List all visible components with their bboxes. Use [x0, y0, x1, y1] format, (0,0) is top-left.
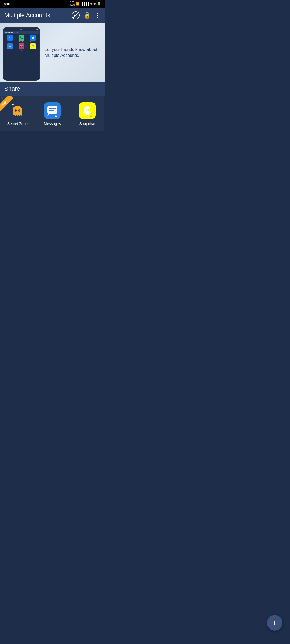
- app-item-messages[interactable]: ∞ Messages: [35, 96, 70, 131]
- more-menu-button[interactable]: ⋮: [95, 12, 100, 19]
- svg-text:✦: ✦: [11, 103, 13, 106]
- battery-icon: 🔋: [97, 2, 101, 6]
- svg-point-5: [19, 110, 20, 111]
- svg-rect-9: [49, 110, 54, 111]
- apps-grid: 1 VIP ✦ Secret Zone: [0, 96, 105, 131]
- app-item-secret-zone[interactable]: 1 VIP ✦ Secret Zone: [0, 96, 35, 131]
- share-title: Share: [4, 85, 20, 92]
- more-dots-icon: ⋮: [95, 12, 100, 19]
- banner-description: Let your friends know about Multiple Acc…: [45, 47, 100, 59]
- page-title: Multiple Accounts: [4, 12, 50, 19]
- svg-point-12: [86, 109, 87, 111]
- share-section-header: Share: [0, 82, 105, 96]
- app-header: Multiple Accounts AD 🔒 ⋮: [0, 8, 105, 23]
- svg-point-13: [88, 109, 89, 111]
- network-speed: 0.27KB/S: [69, 1, 75, 6]
- header-actions: AD 🔒 ⋮: [72, 11, 100, 19]
- snapchat-label: Snapchat: [79, 122, 95, 126]
- status-bar: 8:01 0.27KB/S 📶 ▐▐▐▐ 40% 🔋: [0, 0, 105, 8]
- messages-label: Messages: [44, 122, 61, 126]
- ad-icon: AD: [72, 11, 80, 19]
- app-item-snapchat[interactable]: ∞ Snapchat: [70, 96, 105, 131]
- wifi-icon: 📶: [76, 2, 80, 6]
- secret-zone-label: Secret Zone: [7, 122, 28, 126]
- snapchat-icon: ∞: [79, 102, 96, 119]
- battery-text: 40%: [90, 2, 96, 5]
- svg-rect-8: [49, 108, 56, 109]
- svg-text:∞: ∞: [90, 114, 92, 118]
- lock-icon: 🔒: [84, 12, 91, 19]
- lock-button[interactable]: 🔒: [84, 12, 91, 19]
- vip-badge-number: 1: [1, 96, 3, 100]
- signal-icon: ▐▐▐▐: [81, 2, 89, 5]
- svg-text:∞: ∞: [55, 114, 57, 118]
- svg-point-3: [18, 109, 20, 112]
- status-time: 8:01: [4, 2, 11, 6]
- phone-illustration: ■12:39▲▼ Multiple Accounts f Facebook 📞 …: [3, 27, 40, 81]
- svg-point-4: [16, 110, 17, 111]
- main-content-area: [0, 131, 105, 266]
- ad-block-button[interactable]: AD: [72, 11, 80, 19]
- secret-zone-icon: ✦: [9, 102, 26, 119]
- svg-point-2: [15, 109, 17, 112]
- promo-banner: ■12:39▲▼ Multiple Accounts f Facebook 📞 …: [0, 23, 105, 82]
- messages-icon: ∞: [44, 102, 61, 119]
- banner-text-container: Let your friends know about Multiple Acc…: [40, 47, 105, 59]
- status-icons: 0.27KB/S 📶 ▐▐▐▐ 40% 🔋: [69, 1, 101, 6]
